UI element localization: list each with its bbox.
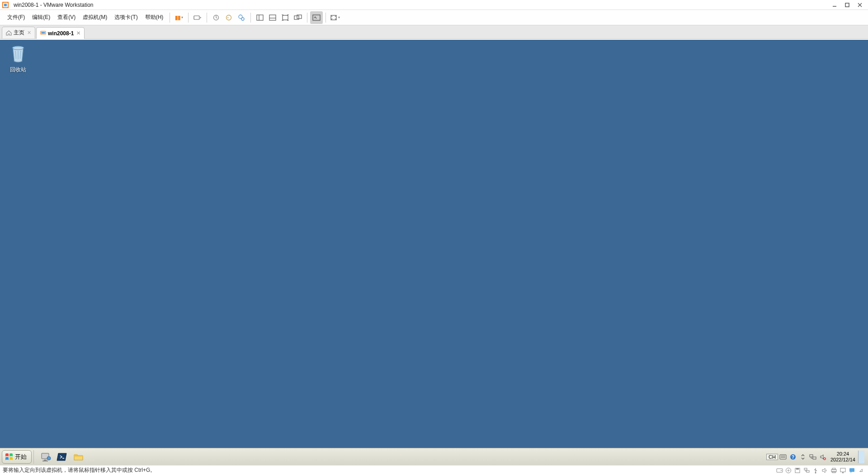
svg-rect-15	[283, 15, 288, 20]
maximize-button[interactable]	[841, 0, 854, 10]
svg-rect-33	[810, 455, 813, 457]
tab-home-close[interactable]: ✕	[27, 30, 31, 36]
menu-file[interactable]: 文件(F)	[4, 12, 28, 23]
svg-rect-54	[849, 468, 854, 472]
device-printer-icon[interactable]	[829, 466, 838, 475]
tab-vm-close[interactable]: ✕	[76, 30, 80, 36]
keyboard-icon[interactable]	[778, 452, 788, 462]
device-harddisk-icon[interactable]	[775, 466, 784, 475]
svg-rect-52	[840, 468, 845, 472]
powershell-icon[interactable]	[54, 450, 71, 464]
close-button[interactable]	[854, 0, 866, 10]
device-cd-icon[interactable]	[784, 466, 793, 475]
svg-rect-45	[796, 468, 799, 470]
svg-rect-3	[845, 3, 849, 7]
device-floppy-icon[interactable]	[793, 466, 802, 475]
svg-rect-47	[807, 470, 809, 472]
recycle-bin[interactable]: 回收站	[5, 44, 32, 74]
svg-rect-16	[294, 16, 299, 19]
svg-point-43	[788, 470, 789, 471]
windows-logo-icon	[5, 453, 13, 461]
recycle-bin-icon	[9, 44, 27, 64]
svg-point-27	[47, 456, 51, 460]
guest-taskbar: 开始 CH ? 20:24 2022/12/14	[0, 448, 868, 465]
pause-button[interactable]: ▮▮▾	[173, 11, 185, 24]
show-desktop-button[interactable]	[858, 451, 864, 463]
language-indicator[interactable]: CH	[766, 454, 778, 460]
svg-rect-40	[777, 469, 783, 472]
svg-rect-50	[832, 468, 835, 470]
guest-desktop[interactable]: 回收站	[0, 40, 868, 448]
vmware-status-bar: 要将输入定向到该虚拟机，请将鼠标指针移入其中或按 Ctrl+G。 ⊿	[0, 465, 868, 475]
menu-tabs[interactable]: 选项卡(T)	[111, 12, 141, 23]
svg-rect-25	[44, 460, 47, 461]
start-label: 开始	[15, 453, 27, 461]
record-icon[interactable]: ⊿	[856, 466, 865, 475]
tab-home[interactable]: 主页 ✕	[2, 27, 35, 38]
svg-point-41	[781, 470, 782, 471]
svg-rect-46	[804, 468, 807, 470]
vmware-app-icon	[2, 1, 9, 9]
menu-edit[interactable]: 编辑(E)	[28, 12, 54, 23]
tray-clock[interactable]: 20:24 2022/12/14	[828, 451, 858, 463]
svg-rect-34	[813, 457, 816, 459]
explorer-icon[interactable]	[71, 450, 87, 464]
svg-rect-28	[780, 455, 786, 459]
window-title: win2008-1 - VMware Workstation	[14, 2, 94, 8]
tray-chevron-icon[interactable]	[798, 452, 808, 462]
svg-rect-6	[194, 16, 199, 19]
svg-rect-13	[269, 15, 276, 20]
svg-point-10	[241, 18, 244, 20]
fullscreen-button[interactable]: ▾	[329, 11, 341, 24]
status-hint: 要将输入定向到该虚拟机，请将鼠标指针移入其中或按 Ctrl+G。	[3, 466, 156, 474]
svg-text:?: ?	[792, 455, 794, 460]
monitor-icon	[40, 30, 46, 36]
revert-snapshot-button[interactable]	[222, 11, 235, 24]
guest-container: 回收站 开始 CH ?	[0, 40, 868, 465]
send-ctrl-alt-del-button[interactable]	[191, 11, 204, 24]
vmware-titlebar: win2008-1 - VMware Workstation	[0, 0, 868, 10]
device-display-icon[interactable]	[838, 466, 847, 475]
tab-home-label: 主页	[14, 29, 24, 37]
device-usb-icon[interactable]	[811, 466, 820, 475]
minimize-button[interactable]	[828, 0, 841, 10]
svg-rect-26	[42, 461, 48, 461]
svg-rect-1	[4, 4, 7, 6]
tab-vm[interactable]: win2008-1 ✕	[36, 27, 85, 39]
svg-point-8	[226, 15, 231, 20]
svg-rect-11	[257, 15, 263, 20]
view-single-button[interactable]	[254, 11, 266, 24]
home-icon	[6, 30, 12, 36]
svg-rect-18	[313, 15, 320, 20]
svg-point-42	[786, 468, 791, 473]
server-manager-icon[interactable]	[38, 450, 54, 464]
svg-rect-21	[42, 32, 45, 34]
device-network-icon[interactable]	[802, 466, 811, 475]
menu-vm[interactable]: 虚拟机(M)	[79, 12, 111, 23]
svg-rect-17	[297, 15, 302, 19]
tray-time: 20:24	[830, 451, 855, 457]
device-sound-icon[interactable]	[820, 466, 829, 475]
menu-help[interactable]: 帮助(H)	[142, 12, 167, 23]
network-icon[interactable]	[808, 452, 818, 462]
snapshot-button[interactable]	[210, 11, 222, 24]
view-fit-button[interactable]	[279, 11, 292, 24]
view-console-button[interactable]	[266, 11, 279, 24]
unity-button[interactable]	[310, 11, 323, 24]
snapshot-manager-button[interactable]	[235, 11, 248, 24]
start-button[interactable]: 开始	[2, 450, 32, 464]
sound-icon[interactable]	[818, 452, 828, 462]
menubar: 文件(F) 编辑(E) 查看(V) 虚拟机(M) 选项卡(T) 帮助(H) ▮▮…	[0, 10, 868, 25]
recycle-bin-label: 回收站	[5, 66, 32, 74]
tray-date: 2022/12/14	[830, 457, 855, 463]
svg-point-48	[815, 472, 816, 473]
help-icon[interactable]: ?	[788, 452, 798, 462]
menu-view[interactable]: 查看(V)	[54, 12, 79, 23]
view-multimon-button[interactable]	[292, 11, 304, 24]
message-log-icon[interactable]	[847, 466, 856, 475]
tab-bar: 主页 ✕ win2008-1 ✕	[0, 25, 868, 39]
system-tray: CH ? 20:24 2022/12/14	[764, 450, 866, 464]
tab-vm-label: win2008-1	[48, 30, 74, 37]
